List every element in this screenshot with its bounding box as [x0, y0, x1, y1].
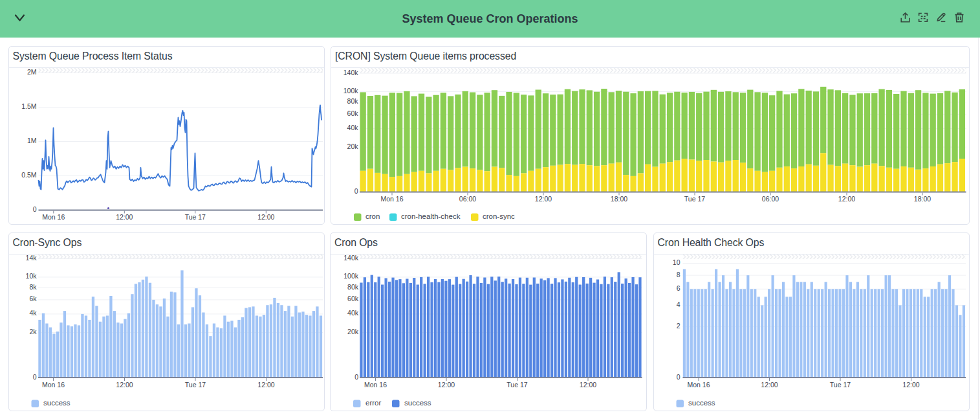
- svg-text:10: 10: [672, 258, 680, 266]
- svg-text:12:00: 12:00: [116, 381, 133, 389]
- svg-text:error: error: [365, 398, 381, 406]
- svg-text:18:00: 18:00: [914, 195, 931, 203]
- svg-text:60k: 60k: [347, 295, 359, 302]
- svg-text:0: 0: [354, 372, 358, 380]
- svg-text:1.5M: 1.5M: [21, 102, 36, 110]
- svg-text:Tue 17: Tue 17: [506, 381, 527, 389]
- svg-text:20k: 20k: [347, 328, 359, 335]
- svg-text:80k: 80k: [347, 97, 359, 105]
- svg-text:8k: 8k: [29, 282, 37, 290]
- svg-text:Tue 17: Tue 17: [184, 381, 205, 389]
- svg-text:0: 0: [32, 205, 36, 213]
- svg-text:Tue 17: Tue 17: [184, 213, 205, 221]
- svg-text:success: success: [404, 398, 431, 406]
- svg-text:Mon 16: Mon 16: [364, 381, 387, 389]
- svg-text:success: success: [43, 398, 71, 406]
- svg-text:10k: 10k: [25, 272, 37, 280]
- svg-text:0: 0: [676, 372, 680, 380]
- svg-text:20k: 20k: [347, 142, 359, 150]
- svg-text:0.5M: 0.5M: [21, 171, 36, 179]
- svg-text:100k: 100k: [343, 272, 359, 280]
- svg-text:success: success: [688, 398, 715, 406]
- svg-text:12:00: 12:00: [257, 381, 274, 389]
- svg-text:12:00: 12:00: [902, 381, 919, 389]
- svg-text:12:00: 12:00: [580, 381, 596, 389]
- svg-text:140k: 140k: [343, 68, 359, 76]
- svg-text:140k: 140k: [343, 254, 359, 262]
- svg-text:Mon 16: Mon 16: [380, 195, 403, 203]
- svg-text:2M: 2M: [27, 68, 36, 76]
- svg-text:12:00: 12:00: [761, 381, 778, 389]
- svg-text:cron-sync: cron-sync: [483, 212, 515, 220]
- svg-text:12:00: 12:00: [535, 195, 552, 203]
- svg-text:0: 0: [32, 372, 36, 380]
- svg-text:2: 2: [676, 321, 680, 329]
- svg-text:8: 8: [676, 270, 680, 278]
- svg-text:12:00: 12:00: [257, 213, 274, 221]
- svg-text:40k: 40k: [347, 123, 359, 131]
- svg-text:Mon 16: Mon 16: [42, 213, 65, 221]
- svg-text:100k: 100k: [343, 86, 359, 94]
- svg-text:06:00: 06:00: [762, 195, 779, 203]
- svg-text:80k: 80k: [347, 282, 359, 290]
- svg-text:6: 6: [676, 284, 680, 291]
- svg-text:Mon 16: Mon 16: [687, 381, 710, 389]
- svg-text:60k: 60k: [347, 109, 359, 117]
- svg-text:18:00: 18:00: [611, 195, 627, 203]
- svg-text:6k: 6k: [29, 295, 37, 302]
- svg-text:40k: 40k: [347, 309, 359, 317]
- svg-text:12:00: 12:00: [838, 195, 855, 203]
- svg-text:12:00: 12:00: [438, 381, 455, 389]
- svg-text:cron-health-check: cron-health-check: [401, 212, 461, 220]
- svg-text:Mon 16: Mon 16: [41, 381, 64, 389]
- svg-text:14k: 14k: [25, 254, 37, 262]
- svg-text:4k: 4k: [29, 309, 37, 317]
- svg-text:4: 4: [676, 300, 680, 308]
- svg-text:0: 0: [354, 187, 358, 195]
- svg-text:06:00: 06:00: [459, 195, 476, 203]
- svg-text:Tue 17: Tue 17: [684, 195, 705, 203]
- svg-text:Tue 17: Tue 17: [829, 381, 850, 389]
- svg-text:12:00: 12:00: [116, 213, 133, 221]
- svg-text:1M: 1M: [27, 137, 36, 144]
- svg-text:cron: cron: [365, 212, 380, 220]
- svg-text:2k: 2k: [29, 328, 37, 335]
